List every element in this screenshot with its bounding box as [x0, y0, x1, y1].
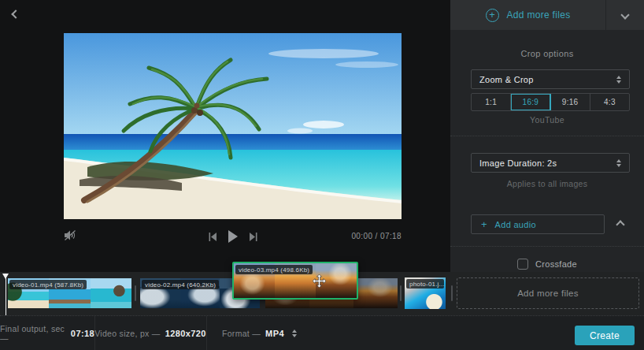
play-icon	[228, 230, 239, 243]
clip-label: video-03.mp4 (498.6Kb)	[235, 265, 313, 274]
collapse-audio-button[interactable]	[611, 222, 630, 228]
aspect-ratio-9-16[interactable]: 9:16	[551, 94, 590, 110]
chevron-left-icon	[11, 9, 20, 18]
bottom-bar: Final output, sec — 07:18 Video size, px…	[0, 315, 644, 350]
timeline-clip-video-03-dragged[interactable]: video-03.mp4 (498.6Kb)	[232, 262, 358, 300]
playhead[interactable]	[2, 274, 9, 315]
final-output-label: Final output, sec —	[0, 324, 66, 343]
aspect-ratio-1-1[interactable]: 1:1	[472, 94, 511, 110]
clip-label: photo-01.j...	[406, 279, 444, 289]
divider	[450, 246, 644, 247]
preset-label: YouTube	[450, 115, 644, 125]
right-panel: + Add more files Crop options Zoom & Cro…	[450, 0, 644, 272]
clip-label: video-01.mp4 (587.8Kb)	[9, 280, 87, 289]
beach-video-frame	[64, 33, 402, 219]
image-duration-value: Image Duration: 2s	[479, 158, 557, 168]
move-cursor-icon	[313, 274, 326, 288]
time-display: 00:00 / 07:18	[351, 232, 402, 240]
panel-header: + Add more files	[450, 0, 644, 30]
aspect-ratio-group: 1:1 16:9 9:16 4:3	[471, 93, 630, 111]
aspect-ratio-4-3[interactable]: 4:3	[590, 94, 629, 110]
play-button[interactable]	[228, 230, 239, 243]
add-audio-button[interactable]: + Add audio	[471, 214, 605, 234]
crossfade-row: Crossfade	[450, 259, 644, 270]
clip-label: video-02.mp4 (640.2Kb)	[142, 280, 219, 289]
video-preview[interactable]	[64, 33, 402, 219]
timeline: video-01.mp4 (587.8Kb) video-02.mp4 (640…	[0, 272, 644, 315]
plus-circle-icon: +	[486, 9, 499, 22]
final-output-info: Final output, sec — 07:18	[0, 316, 94, 350]
add-more-files-button[interactable]: + Add more files	[450, 0, 606, 30]
select-caret-icon	[292, 330, 297, 337]
chevron-down-icon	[620, 10, 629, 19]
skip-forward-icon	[249, 233, 257, 241]
skip-back-icon	[209, 233, 217, 241]
clip-thumbnail	[353, 278, 398, 308]
playback-controls: 00:00 / 07:18	[64, 228, 402, 245]
timeline-clip-video-01[interactable]: video-01.mp4 (587.8Kb)	[8, 278, 131, 308]
clip-separator	[135, 285, 136, 301]
crop-mode-select[interactable]: Zoom & Crop	[471, 69, 630, 89]
format-select[interactable]: Format — MP4	[206, 316, 297, 350]
editor-area: 00:00 / 07:18	[0, 0, 450, 272]
crossfade-checkbox[interactable]	[517, 259, 528, 270]
image-duration-select[interactable]: Image Duration: 2s	[471, 153, 630, 173]
add-more-files-label: Add more files	[507, 9, 571, 20]
crossfade-label: Crossfade	[535, 259, 577, 269]
crop-mode-value: Zoom & Crop	[479, 75, 534, 84]
video-size-value: 1280x720	[165, 329, 206, 338]
video-size-info: Video size, px — 1280x720	[94, 316, 206, 350]
previous-clip-button[interactable]	[209, 233, 217, 241]
clip-separator	[451, 285, 453, 301]
format-value: MP4	[265, 329, 284, 338]
video-size-label: Video size, px —	[94, 329, 160, 338]
timeline-add-more-files[interactable]: Add more files	[457, 277, 639, 309]
add-audio-label: Add audio	[495, 220, 536, 229]
playhead-line	[6, 274, 7, 315]
timeline-clip-photo-01[interactable]: photo-01.j...	[405, 277, 446, 309]
back-button[interactable]	[8, 6, 25, 24]
image-duration-note: Applies to all images	[450, 179, 644, 188]
format-label: Format —	[222, 329, 261, 338]
select-caret-icon	[616, 159, 621, 167]
clip-separator	[400, 285, 402, 301]
divider	[450, 136, 644, 136]
audio-section: + Add audio	[471, 214, 630, 234]
crop-options-title: Crop options	[450, 49, 644, 58]
plus-icon: +	[481, 219, 487, 229]
final-output-value: 07:18	[71, 329, 94, 338]
create-button[interactable]: Create	[575, 326, 635, 345]
next-clip-button[interactable]	[249, 233, 257, 241]
video-editor-app: 00:00 / 07:18 + Add more files Crop opti…	[0, 0, 644, 350]
select-caret-icon	[616, 76, 621, 84]
aspect-ratio-16-9[interactable]: 16:9	[511, 94, 550, 110]
clip-thumbnail	[91, 278, 131, 308]
chevron-up-icon	[616, 220, 624, 229]
collapse-panel-button[interactable]	[606, 0, 644, 30]
